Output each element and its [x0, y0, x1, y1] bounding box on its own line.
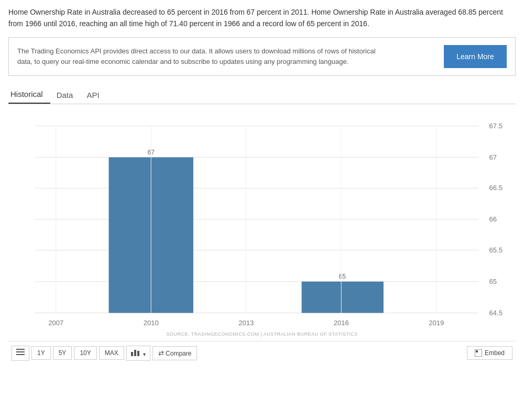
svg-text:67: 67: [489, 153, 497, 161]
svg-rect-33: [476, 350, 478, 352]
svg-text:65: 65: [339, 273, 346, 280]
svg-text:2013: 2013: [238, 318, 254, 326]
svg-text:2007: 2007: [48, 318, 63, 326]
chart-area: 67.5 67 66.5 66 65.5 65 64.5 2007 2010 2…: [8, 109, 516, 329]
bar-2016: [302, 281, 384, 313]
svg-rect-28: [16, 354, 25, 355]
svg-text:2010: 2010: [144, 318, 159, 326]
svg-text:66: 66: [489, 215, 497, 223]
learn-more-button[interactable]: Learn More: [444, 45, 507, 68]
svg-text:2016: 2016: [334, 318, 349, 326]
svg-rect-27: [16, 351, 25, 352]
bar-chart-icon: [131, 349, 141, 356]
api-banner-text: The Trading Economics API provides direc…: [17, 46, 384, 67]
5y-button[interactable]: 5Y: [53, 346, 72, 360]
max-button[interactable]: MAX: [99, 346, 124, 360]
svg-rect-30: [134, 350, 136, 356]
svg-text:66.5: 66.5: [489, 184, 503, 192]
toolbar-left: 1Y 5Y 10Y MAX ▾ ⇄Compare: [12, 346, 197, 361]
embed-icon: [475, 349, 482, 357]
tab-data[interactable]: Data: [54, 86, 81, 104]
api-banner: The Trading Economics API provides direc…: [8, 37, 516, 76]
svg-rect-29: [131, 352, 133, 356]
tab-historical[interactable]: Historical: [8, 85, 50, 104]
embed-button[interactable]: Embed: [467, 346, 512, 360]
chart-type-button[interactable]: ▾: [126, 346, 150, 361]
svg-text:65: 65: [489, 277, 497, 285]
description-text: Home Ownership Rate in Australia decreas…: [8, 6, 516, 30]
tabs-row: Historical Data API: [8, 85, 516, 104]
svg-text:65.5: 65.5: [489, 246, 503, 254]
svg-text:64.5: 64.5: [489, 308, 503, 316]
tab-api[interactable]: API: [84, 86, 106, 104]
svg-text:67.5: 67.5: [489, 121, 503, 129]
compare-button[interactable]: ⇄Compare: [152, 346, 197, 360]
embed-label: Embed: [485, 349, 505, 357]
10y-button[interactable]: 10Y: [74, 346, 96, 360]
main-container: Home Ownership Rate in Australia decreas…: [0, 0, 524, 371]
svg-rect-26: [16, 349, 25, 350]
svg-rect-31: [137, 351, 139, 356]
svg-text:2019: 2019: [429, 318, 444, 326]
toolbar-row: 1Y 5Y 10Y MAX ▾ ⇄Compare Embed: [8, 341, 516, 365]
list-icon-button[interactable]: [12, 346, 29, 361]
1y-button[interactable]: 1Y: [31, 346, 51, 360]
chart-svg: 67.5 67 66.5 66 65.5 65 64.5 2007 2010 2…: [8, 109, 516, 329]
chart-source: SOURCE: TRADINGECONOMICS.COM | AUSTRALIA…: [8, 331, 516, 337]
list-icon: [16, 349, 25, 356]
